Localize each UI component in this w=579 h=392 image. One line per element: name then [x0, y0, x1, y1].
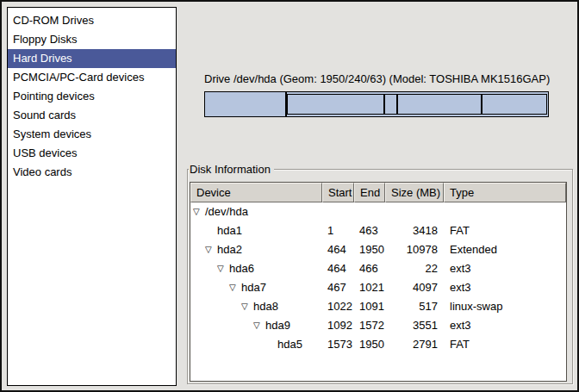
tree-expander-open-icon[interactable]: ▽ [205, 240, 217, 259]
sidebar-item-usb-devices[interactable]: USB devices [8, 144, 176, 163]
cell-size: 4097 [385, 278, 444, 297]
table-row--dev-hda[interactable]: ▽/dev/hda [190, 202, 566, 221]
table-row-hda8[interactable]: ▽hda810221091517linux-swap [190, 297, 566, 316]
cell-start [322, 202, 354, 221]
partition-segment-hda9 [397, 94, 482, 115]
device-name: /dev/hda [205, 202, 248, 221]
sidebar-item-sound-cards[interactable]: Sound cards [8, 106, 176, 125]
cell-type: Extended [444, 240, 566, 259]
partition-segment-hda5 [482, 94, 547, 115]
cell-end: 1091 [354, 297, 385, 316]
cell-size: 3418 [385, 221, 444, 240]
cell-end: 1950 [354, 240, 385, 259]
cell-end [354, 202, 385, 221]
table-body: ▽/dev/hdahda114633418FAT▽hda246419501097… [190, 202, 566, 354]
cell-start: 1 [322, 221, 354, 240]
cell-end: 466 [354, 259, 385, 278]
cell-size: 2791 [385, 335, 444, 354]
cell-type: linux-swap [444, 297, 566, 316]
cell-start: 464 [322, 259, 354, 278]
tree-expander-open-icon[interactable]: ▽ [229, 278, 241, 297]
cell-type: FAT [444, 221, 566, 240]
table-row-hda2[interactable]: ▽hda2464195010978Extended [190, 240, 566, 259]
device-name: hda6 [229, 259, 254, 278]
sidebar-item-pcmcia-pc-card-devices[interactable]: PCMCIA/PC-Card devices [8, 68, 176, 87]
column-header-end[interactable]: End [354, 183, 385, 202]
partition-segment-hda8 [384, 94, 396, 115]
sidebar-item-pointing-devices[interactable]: Pointing devices [8, 87, 176, 106]
table-row-hda9[interactable]: ▽hda9109215723551ext3 [190, 316, 566, 335]
sidebar-item-floppy-disks[interactable]: Floppy Disks [8, 30, 176, 49]
device-name: hda1 [217, 221, 242, 240]
drive-title: Drive /dev/hda (Geom: 1950/240/63) (Mode… [204, 72, 549, 85]
hardware-browser-window: CD-ROM DrivesFloppy DisksHard DrivesPCMC… [0, 0, 579, 392]
device-name: hda5 [277, 335, 302, 354]
table-row-hda5[interactable]: hda5157319502791FAT [190, 335, 566, 354]
cell-size: 517 [385, 297, 444, 316]
cell-start: 467 [322, 278, 354, 297]
cell-size: 10978 [385, 240, 444, 259]
cell-start: 1022 [322, 297, 354, 316]
sidebar-item-cd-rom-drives[interactable]: CD-ROM Drives [8, 11, 176, 30]
device-name: hda2 [217, 240, 242, 259]
cell-start: 1573 [322, 335, 354, 354]
cell-type [444, 202, 566, 221]
cell-size: 3551 [385, 316, 444, 335]
disk-information-table: DeviceStartEndSize (MB)Type ▽/dev/hdahda… [190, 182, 567, 382]
device-name: hda9 [265, 316, 290, 335]
cell-type: ext3 [444, 278, 566, 297]
table-row-hda6[interactable]: ▽hda646446622ext3 [190, 259, 566, 278]
tree-expander-open-icon[interactable]: ▽ [193, 202, 205, 221]
cell-type: ext3 [444, 316, 566, 335]
disk-information-frame: Disk Information DeviceStartEndSize (MB)… [187, 169, 573, 384]
column-header-size-mb-[interactable]: Size (MB) [385, 183, 444, 202]
partition-segment-hda1 [204, 91, 286, 117]
cell-end: 1572 [354, 316, 385, 335]
cell-size: 22 [385, 259, 444, 278]
tree-expander-open-icon[interactable]: ▽ [253, 316, 265, 335]
column-header-device[interactable]: Device [190, 183, 322, 202]
partition-segment-hda7 [287, 94, 385, 115]
cell-start: 1092 [322, 316, 354, 335]
device-category-list: CD-ROM DrivesFloppy DisksHard DrivesPCMC… [7, 7, 177, 386]
column-header-type[interactable]: Type [444, 183, 566, 202]
cell-start: 464 [322, 240, 354, 259]
partition-bar [204, 91, 549, 117]
sidebar-item-system-devices[interactable]: System devices [8, 125, 176, 144]
cell-size [385, 202, 444, 221]
device-name: hda8 [253, 297, 278, 316]
table-row-hda7[interactable]: ▽hda746710214097ext3 [190, 278, 566, 297]
tree-expander-open-icon[interactable]: ▽ [217, 259, 229, 278]
cell-type: FAT [444, 335, 566, 354]
cell-type: ext3 [444, 259, 566, 278]
cell-end: 463 [354, 221, 385, 240]
tree-expander-open-icon[interactable]: ▽ [241, 297, 253, 316]
table-header-row: DeviceStartEndSize (MB)Type [190, 183, 566, 202]
sidebar-item-video-cards[interactable]: Video cards [8, 163, 176, 182]
sidebar-item-hard-drives[interactable]: Hard Drives [8, 49, 176, 68]
column-header-start[interactable]: Start [322, 183, 354, 202]
device-name: hda7 [241, 278, 266, 297]
cell-end: 1021 [354, 278, 385, 297]
table-row-hda1[interactable]: hda114633418FAT [190, 221, 566, 240]
cell-end: 1950 [354, 335, 385, 354]
disk-information-label: Disk Information [189, 163, 274, 176]
